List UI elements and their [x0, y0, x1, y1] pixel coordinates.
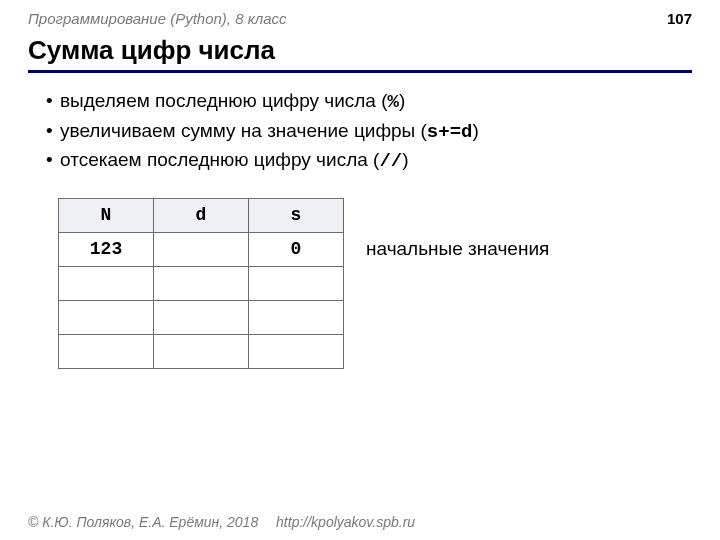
bullet-code: s+=d	[427, 121, 473, 143]
bullet-text: )	[402, 149, 408, 170]
table-header-cell: d	[154, 198, 249, 232]
table-cell: 0	[249, 232, 344, 266]
table-cell	[249, 300, 344, 334]
bullet-text: отсекаем последнюю цифру числа (	[60, 149, 379, 170]
table-cell	[249, 266, 344, 300]
table-row	[59, 300, 344, 334]
slide-footer: © К.Ю. Поляков, Е.А. Ерёмин, 2018 http:/…	[28, 514, 415, 530]
table-cell	[59, 300, 154, 334]
bullet-code: %	[388, 91, 399, 113]
course-label: Программирование (Python), 8 класс	[28, 10, 287, 27]
table-cell	[59, 266, 154, 300]
table-header-cell: N	[59, 198, 154, 232]
footer-url: http://kpolyakov.spb.ru	[276, 514, 415, 530]
bullet-text: увеличиваем сумму на значение цифры (	[60, 120, 427, 141]
table-cell	[249, 334, 344, 368]
table-cell	[154, 300, 249, 334]
table-cell	[59, 334, 154, 368]
bullet-code: //	[379, 150, 402, 172]
table-cell	[154, 232, 249, 266]
slide-header: Программирование (Python), 8 класс 107	[28, 10, 692, 27]
trace-table: N d s 123 0	[58, 198, 344, 369]
footer-copyright: © К.Ю. Поляков, Е.А. Ерёмин, 2018	[28, 514, 258, 530]
table-cell: 123	[59, 232, 154, 266]
table-row	[59, 334, 344, 368]
table-side-label: начальные значения	[366, 198, 549, 260]
bullet-text: )	[399, 90, 405, 111]
bullet-text: выделяем последнюю цифру числа (	[60, 90, 388, 111]
table-header-cell: s	[249, 198, 344, 232]
table-cell	[154, 334, 249, 368]
bullet-item: увеличиваем сумму на значение цифры (s+=…	[46, 117, 692, 147]
page-number: 107	[667, 10, 692, 27]
bullet-text: )	[472, 120, 478, 141]
table-cell	[154, 266, 249, 300]
bullet-item: отсекаем последнюю цифру числа (//)	[46, 146, 692, 176]
slide-title: Сумма цифр числа	[28, 35, 692, 73]
bullet-item: выделяем последнюю цифру числа (%)	[46, 87, 692, 117]
table-header-row: N d s	[59, 198, 344, 232]
table-row: 123 0	[59, 232, 344, 266]
table-area: N d s 123 0	[58, 198, 692, 369]
bullet-list: выделяем последнюю цифру числа (%) увели…	[28, 87, 692, 176]
slide: Программирование (Python), 8 класс 107 С…	[0, 0, 720, 540]
table-row	[59, 266, 344, 300]
